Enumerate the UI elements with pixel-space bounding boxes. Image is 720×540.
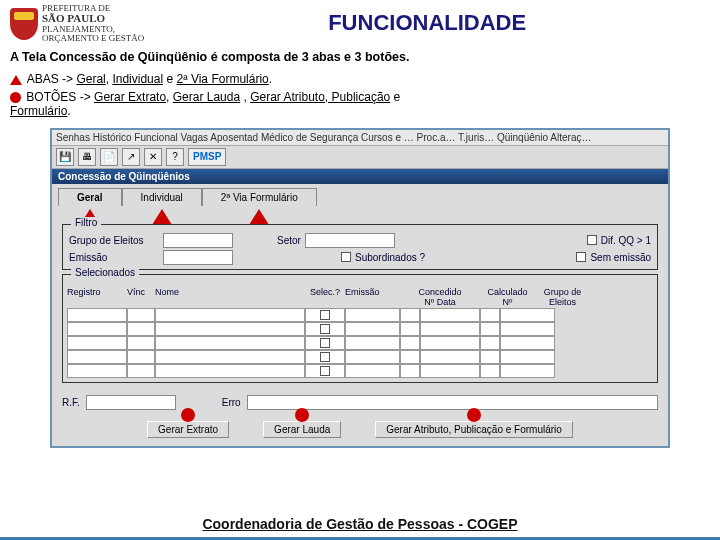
logo-line4: ORÇAMENTO E GESTÃO	[42, 34, 144, 43]
selecionados-group: Selecionados Registro Vínc Nome Selec.? …	[62, 274, 658, 383]
dot2: .	[67, 104, 70, 118]
h-nome: Nome	[155, 287, 305, 307]
tab-individual[interactable]: Individual	[122, 188, 202, 206]
lbl-rf: R.F.	[62, 397, 80, 408]
row-chk[interactable]	[320, 352, 330, 362]
tab-geral[interactable]: Geral	[58, 188, 122, 206]
h-selec: Selec.?	[305, 287, 345, 307]
h-calc: Calculado	[480, 287, 535, 297]
help-icon[interactable]: ?	[166, 148, 184, 166]
save-icon[interactable]: 💾	[56, 148, 74, 166]
clear-icon[interactable]: ✕	[144, 148, 162, 166]
h-conc2: Nº Data	[400, 297, 480, 307]
row-chk[interactable]	[320, 310, 330, 320]
bot-formulario: Formulário	[10, 104, 67, 118]
menubar[interactable]: Senhas Histórico Funcional Vagas Aposent…	[52, 130, 668, 146]
slide-header: PREFEITURA DE SÃO PAULO PLANEJAMENTO, OR…	[0, 0, 720, 44]
triangle-icon	[152, 209, 172, 225]
footer-text: Coordenadoria de Gestão de Pessoas - COG…	[0, 516, 720, 532]
abas-2via: 2ª Via Formulário	[176, 72, 268, 86]
tab-strip: Geral Individual 2ª Via Formulário	[52, 184, 668, 206]
btn-gerar-atributo[interactable]: Gerar Atributo, Publicação e Formulário	[375, 421, 573, 438]
bot-lauda: Gerar Lauda	[173, 90, 240, 104]
tab-individual-label: Individual	[141, 192, 183, 203]
lbl-sub: Subordinados ?	[355, 252, 425, 263]
dot1: .	[269, 72, 272, 86]
app-window: Senhas Histórico Funcional Vagas Aposent…	[50, 128, 670, 448]
tab-2via[interactable]: 2ª Via Formulário	[202, 188, 317, 206]
bot-extrato: Gerar Extrato	[94, 90, 166, 104]
filter-legend: Filtro	[71, 217, 101, 228]
triangle-icon	[10, 75, 22, 85]
inp-erro	[247, 395, 658, 410]
botoes-label: BOTÕES ->	[26, 90, 90, 104]
export-icon[interactable]: ↗	[122, 148, 140, 166]
h-conc: Concedido	[400, 287, 480, 297]
pmsp-button[interactable]: PMSP	[188, 148, 226, 166]
h-calc2: Nº	[480, 297, 535, 307]
abas-label: ABAS ->	[27, 72, 73, 86]
dot-icon	[181, 408, 195, 422]
shield-icon	[10, 8, 38, 40]
h-emis: Emissão	[345, 287, 400, 307]
toolbar: 💾 🖶 📄 ↗ ✕ ? PMSP	[52, 146, 668, 169]
lbl-erro: Erro	[222, 397, 241, 408]
intro-text: A Tela Concessão de Qüinqüênio é compost…	[10, 50, 710, 64]
lbl-setor: Setor	[277, 235, 301, 246]
abas-line: ABAS -> Geral, Individual e 2ª Via Formu…	[10, 72, 710, 86]
lbl-grupo: Grupo de Eleitos	[69, 235, 159, 246]
tab-geral-label: Geral	[77, 192, 103, 203]
filter-group: Filtro Grupo de Eleitos Setor Dif. QQ > …	[62, 224, 658, 270]
sel-legend: Selecionados	[71, 267, 139, 278]
h-reg: Registro	[67, 287, 127, 307]
btn-gerar-extrato[interactable]: Gerar Extrato	[147, 421, 229, 438]
lbl-emissao: Emissão	[69, 252, 159, 263]
grid-headers: Registro Vínc Nome Selec.? Emissão Conce…	[67, 287, 653, 307]
inp-grupo[interactable]	[163, 233, 233, 248]
print-icon[interactable]: 🖶	[78, 148, 96, 166]
inp-rf[interactable]	[86, 395, 176, 410]
dot-icon	[10, 92, 21, 103]
inp-setor[interactable]	[305, 233, 395, 248]
dot-icon	[467, 408, 481, 422]
abas-geral: Geral	[76, 72, 105, 86]
row-chk[interactable]	[320, 366, 330, 376]
e2: e	[394, 90, 401, 104]
triangle-icon	[249, 209, 269, 225]
h-vinc: Vínc	[127, 287, 155, 307]
button-row: Gerar Extrato Gerar Lauda Gerar Atributo…	[52, 417, 668, 442]
window-titlebar: Concessão de Qüinqüênios	[52, 169, 668, 184]
chk-sem[interactable]	[576, 252, 586, 262]
e1: e	[166, 72, 173, 86]
btn-extrato-label: Gerar Extrato	[158, 424, 218, 435]
row-chk[interactable]	[320, 338, 330, 348]
data-grid[interactable]	[67, 308, 653, 378]
copy-icon[interactable]: 📄	[100, 148, 118, 166]
btn-gerar-lauda[interactable]: Gerar Lauda	[263, 421, 341, 438]
dot-icon	[295, 408, 309, 422]
bottom-row: R.F. Erro	[52, 387, 668, 418]
btn-lauda-label: Gerar Lauda	[274, 424, 330, 435]
prefecture-logo: PREFEITURA DE SÃO PAULO PLANEJAMENTO, OR…	[10, 4, 144, 44]
inp-emissao[interactable]	[163, 250, 233, 265]
comma3: ,	[240, 90, 250, 104]
comma2: ,	[166, 90, 173, 104]
botoes-line: BOTÕES -> Gerar Extrato, Gerar Lauda , G…	[10, 90, 710, 118]
btn-atributo-label: Gerar Atributo, Publicação e Formulário	[386, 424, 562, 435]
chk-dif[interactable]	[587, 235, 597, 245]
chk-sub[interactable]	[341, 252, 351, 262]
bot-atributo: Gerar Atributo, Publicação	[250, 90, 390, 104]
h-grupo: Grupo de	[535, 287, 590, 297]
row-chk[interactable]	[320, 324, 330, 334]
page-title: FUNCIONALIDADE	[144, 4, 710, 36]
lbl-sem: Sem emissão	[590, 252, 651, 263]
h-grupo2: Eleitos	[535, 297, 590, 307]
lbl-dif: Dif. QQ > 1	[601, 235, 651, 246]
tab-2via-label: 2ª Via Formulário	[221, 192, 298, 203]
abas-individual: Individual	[112, 72, 163, 86]
